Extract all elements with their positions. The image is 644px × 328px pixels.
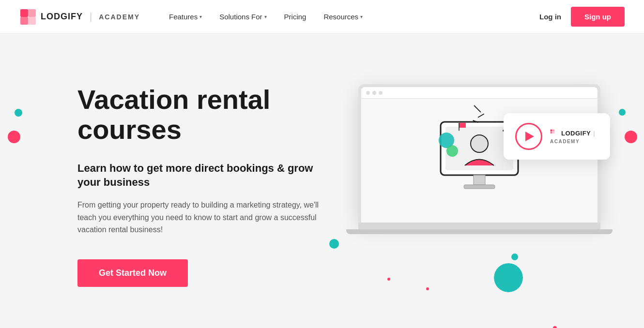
play-card-brand: LODGIFY | ACADEMY [550,129,595,144]
play-triangle-icon [525,132,534,141]
browser-dot-2 [372,91,376,95]
nav-item-features[interactable]: Features ▾ [169,13,202,21]
chevron-down-icon: ▾ [264,14,267,19]
play-card-separator: | [593,130,595,137]
svg-point-6 [471,135,488,152]
decorative-dot-teal-bottom2 [511,253,518,260]
play-card: LODGIFY | ACADEMY [504,113,610,160]
decorative-dot-teal-bottom-left [329,239,339,249]
svg-rect-3 [28,17,36,25]
decorative-dot-red-left [8,131,20,143]
nav-item-solutions[interactable]: Solutions For ▾ [219,13,266,21]
laptop-illustration: LODGIFY | ACADEMY [358,84,600,234]
play-card-logo-icon [550,129,559,138]
svg-rect-20 [552,129,554,131]
decorative-dot-red-right [625,131,637,143]
svg-rect-22 [552,132,554,134]
play-card-logo: LODGIFY | [550,129,595,138]
chevron-down-icon: ▾ [360,14,363,19]
navbar: LODGIFY | ACADEMY Features ▾ Solutions F… [0,0,644,34]
browser-dot-1 [366,91,370,95]
hero-content: Vacation rental courses Learn how to get… [77,85,329,287]
play-card-sub: ACADEMY [550,139,595,144]
svg-rect-1 [28,9,36,17]
decorative-dashes [473,108,485,122]
laptop-bottom [346,229,613,234]
nav-right: Log in Sign up [539,7,625,27]
svg-rect-21 [551,132,552,134]
laptop-browser-bar [361,87,598,99]
hero-section: Vacation rental courses Learn how to get… [0,34,644,328]
decorative-dot-red-scatter2 [426,287,429,290]
hero-subtitle: Learn how to get more direct bookings & … [77,162,329,189]
hero-illustration: LODGIFY | ACADEMY [329,70,567,302]
hero-description: From getting your property ready to buil… [77,199,329,236]
nav-links: Features ▾ Solutions For ▾ Pricing Resou… [169,13,539,21]
lodgify-logo-icon [19,8,37,26]
svg-rect-8 [464,185,495,189]
get-started-button[interactable]: Get Started Now [77,259,188,287]
svg-rect-2 [20,17,28,25]
decorative-dot-teal-right [619,109,626,116]
svg-rect-0 [20,9,28,17]
decorative-dot-red-scatter1 [387,278,390,281]
hero-title: Vacation rental courses [77,85,329,144]
brand-name: LODGIFY [41,12,83,22]
decorative-dot-red-bottom-right [553,326,557,328]
chevron-down-icon: ▾ [199,14,202,19]
decorative-dot-teal-left [15,109,22,117]
svg-rect-7 [474,175,485,185]
svg-point-12 [446,145,458,157]
nav-item-pricing[interactable]: Pricing [284,13,307,21]
play-button[interactable] [515,123,542,150]
svg-rect-19 [551,129,552,131]
brand-separator: | [90,11,92,22]
browser-dot-3 [379,91,383,95]
play-card-brand-name: LODGIFY [561,130,591,137]
decorative-dot-teal-half-circle [494,263,523,292]
laptop-base [358,223,600,229]
brand-sub: ACADEMY [99,13,140,21]
signup-button[interactable]: Sign up [571,7,625,27]
login-button[interactable]: Log in [539,13,561,21]
brand-logo[interactable]: LODGIFY | ACADEMY [19,8,140,26]
svg-rect-9 [459,123,466,128]
nav-item-resources[interactable]: Resources ▾ [323,13,363,21]
